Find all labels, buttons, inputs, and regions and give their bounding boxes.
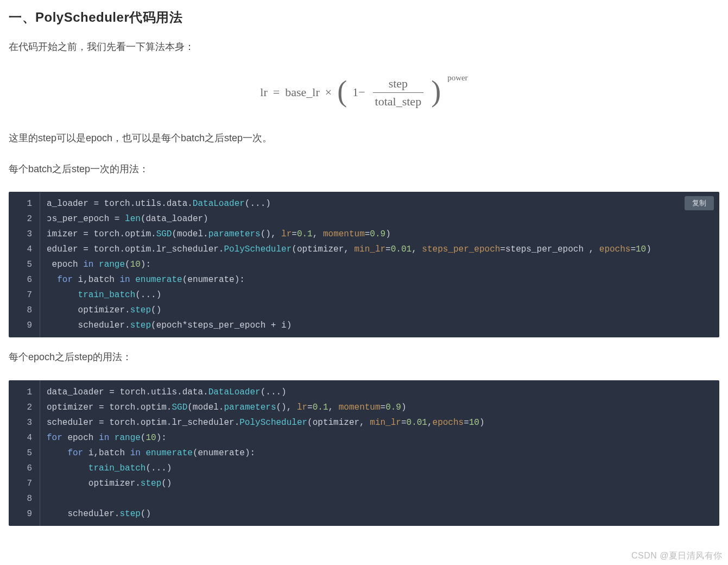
line-number: 1 [9,196,40,211]
frac-numerator: step [387,77,410,92]
formula-times: × [325,85,332,99]
usage-per-epoch-label: 每个epoch之后step的用法： [9,349,719,365]
formula-power: power [447,73,468,83]
line-number: 8 [9,491,40,506]
line-number: 7 [9,287,40,303]
intro-para-1: 在代码开始之前，我们先看一下算法本身： [9,39,719,55]
code-line: optimizer.step() [40,303,719,318]
intro-para-2: 这里的step可以是epoch，也可以是每个batch之后step一次。 [9,130,719,146]
code-line: train_batch(...) [40,461,719,476]
formula-lhs: lr [260,85,267,99]
section-title: 一、PolyScheduler代码用法 [9,9,719,26]
formula-baselr: base_lr [285,85,320,99]
line-number: 1 [9,385,40,400]
formula-one-minus: 1− [352,85,365,99]
line-number: 9 [9,318,40,333]
line-number: 2 [9,400,40,415]
formula-fraction: step total_step [373,77,424,109]
line-number: 3 [9,415,40,430]
line-number: 4 [9,430,40,445]
line-number: 6 [9,461,40,476]
code-scroll-area[interactable]: a_loader = torch.utils.data.DataLoader(.… [40,192,719,337]
code-line: imizer = torch.optim.SGD(model.parameter… [40,227,719,242]
formula-block: lr = base_lr × ( 1− step total_step ) po… [9,77,719,109]
line-number: 4 [9,242,40,257]
code-line [40,491,719,506]
code-line: a_loader = torch.utils.data.DataLoader(.… [40,196,719,211]
line-gutter: 123456789 [9,380,40,526]
code-line: epoch in range(10): [40,257,719,272]
code-scroll-area[interactable]: data_loader = torch.utils.data.DataLoade… [40,380,719,526]
line-number: 9 [9,506,40,522]
code-line: for i,batch in enumerate(enumerate): [40,445,719,461]
code-line: scheduler.step(epoch*steps_per_epoch + i… [40,318,719,333]
line-number: 3 [9,227,40,242]
code-line: train_batch(...) [40,287,719,303]
line-number: 5 [9,445,40,461]
code-line: for i,batch in enumerate(enumerate): [40,272,719,287]
line-number: 8 [9,303,40,318]
code-block-1: 复制 123456789 a_loader = torch.utils.data… [9,192,719,337]
line-number: 5 [9,257,40,272]
code-line: ɔs_per_epoch = len(data_loader) [40,211,719,227]
line-number: 7 [9,476,40,491]
frac-denominator: total_step [373,92,424,109]
code-line: data_loader = torch.utils.data.DataLoade… [40,385,719,400]
formula-eq: = [273,85,280,99]
usage-per-batch-label: 每个batch之后step一次的用法： [9,161,719,177]
code-line: optimizer = torch.optim.SGD(model.parame… [40,400,719,415]
line-number: 6 [9,272,40,287]
code-line: scheduler.step() [40,506,719,522]
line-gutter: 123456789 [9,192,40,337]
code-line: eduler = torch.optim.lr_scheduler.PolySc… [40,242,719,257]
copy-button[interactable]: 复制 [685,196,714,210]
code-line: optimizer.step() [40,476,719,491]
code-line: for epoch in range(10): [40,430,719,445]
code-block-2: 123456789 data_loader = torch.utils.data… [9,380,719,526]
code-line: scheduler = torch.optim.lr_scheduler.Pol… [40,415,719,430]
line-number: 2 [9,211,40,227]
